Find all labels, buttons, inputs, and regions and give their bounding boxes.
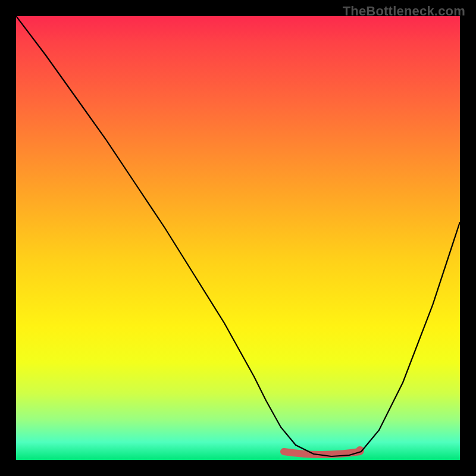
watermark-text: TheBottleneck.com <box>343 4 465 19</box>
bottleneck-curve <box>16 16 460 456</box>
bottleneck-curve-svg <box>16 16 460 460</box>
valley-highlight <box>284 452 360 455</box>
plot-area <box>16 16 460 460</box>
